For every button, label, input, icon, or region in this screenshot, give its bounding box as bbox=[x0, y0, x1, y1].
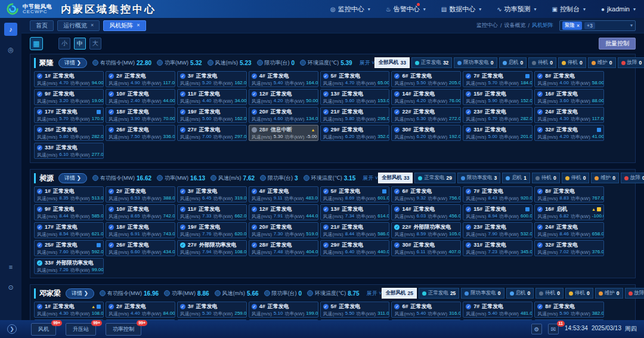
status-badge-normal[interactable]: 正常发电29 bbox=[414, 173, 455, 183]
turbine-checkbox[interactable]: ✓ bbox=[252, 304, 257, 309]
turbine-checkbox[interactable]: ✓ bbox=[252, 225, 257, 230]
turbine-checkbox[interactable]: ✓ bbox=[252, 73, 257, 79]
turbine-checkbox[interactable]: ✓ bbox=[394, 73, 400, 79]
status-badge-normal[interactable]: 正常发电32 bbox=[411, 57, 452, 68]
turbine-checkbox[interactable]: ✓ bbox=[394, 225, 400, 230]
bottom-button-功率控制[interactable]: 功率控制99+ bbox=[106, 323, 141, 336]
turbine-card-聚隆-13#[interactable]: ✓13#正常发电风速(m/s)5.60功率(kW)153.00 bbox=[320, 89, 390, 105]
turbine-card-邓家梁-5#[interactable]: ✓5#正常发电风速(m/s)5.50功率(kW)311.00 bbox=[320, 302, 390, 318]
turbine-card-邓家梁-1#[interactable]: ✓1#正常发电▲风速(m/s)4.30功率(kW)108.00 bbox=[34, 302, 104, 318]
menu-item-数据中心[interactable]: ▤数据中心▾ bbox=[441, 5, 481, 14]
turbine-checkbox[interactable]: ✓ bbox=[109, 189, 114, 194]
size-button-大[interactable]: 大 bbox=[89, 38, 101, 50]
status-badge-maint[interactable]: 维护0 bbox=[588, 57, 616, 68]
nav-toggle-button[interactable]: ◎ bbox=[4, 43, 17, 56]
turbine-card-聚隆-27#[interactable]: ✓27#正常发电风速(m/s)7.00功率(kW)297.00 bbox=[177, 125, 247, 141]
turbine-card-聚隆-18#[interactable]: ✓18#正常发电风速(m/s)3.90功率(kW)70.00 bbox=[106, 107, 175, 123]
turbine-checkbox[interactable]: ✓ bbox=[37, 127, 42, 133]
turbine-card-昶源-4#[interactable]: ✓4#正常发电风速(m/s)9.11功率(kW)483.00 bbox=[249, 186, 318, 202]
turbine-card-聚隆-32#[interactable]: ✓32#正常发电风速(m/s)4.20功率(kW)41.00 bbox=[534, 125, 604, 141]
turbine-checkbox[interactable]: ✓ bbox=[323, 304, 329, 309]
turbine-checkbox[interactable]: ✓ bbox=[323, 109, 329, 115]
turbine-card-聚隆-21#[interactable]: ✓21#正常发电风速(m/s)5.80功率(kW)295.00 bbox=[320, 107, 390, 123]
menu-item-控制台[interactable]: ▣控制台▾ bbox=[552, 5, 586, 14]
turbine-checkbox[interactable]: ✓ bbox=[466, 242, 471, 248]
turbine-checkbox[interactable]: ✓ bbox=[180, 91, 185, 97]
turbine-card-聚隆-20#[interactable]: ✓20#正常发电风速(m/s)4.60功率(kW)134.00 bbox=[249, 107, 318, 123]
turbine-checkbox[interactable]: ✓ bbox=[537, 225, 543, 230]
turbine-checkbox[interactable]: ✓ bbox=[37, 225, 42, 230]
close-icon[interactable]: × bbox=[137, 23, 140, 28]
turbine-card-聚隆-11#[interactable]: ✓11#正常发电风速(m/s)4.40功率(kW)34.00 bbox=[177, 89, 247, 105]
turbine-checkbox[interactable]: ✓ bbox=[394, 91, 400, 97]
turbine-card-昶源-23#[interactable]: ✓23#正常发电风速(m/s)7.90功率(kW)532.00 bbox=[463, 222, 532, 238]
menu-item-告警中心[interactable]: ♨告警中心▾ bbox=[386, 5, 426, 14]
notification-button[interactable]: ✉ 11 bbox=[548, 324, 559, 334]
expand-link[interactable]: 展开 ˅ bbox=[360, 59, 375, 67]
turbine-card-昶源-18#[interactable]: ✓18#正常发电风速(m/s)6.91功率(kW)743.00 bbox=[106, 222, 175, 238]
turbine-checkbox[interactable]: ✓ bbox=[537, 91, 543, 97]
bottom-button-风机[interactable]: 风机99+ bbox=[31, 323, 56, 336]
turbine-checkbox[interactable]: ✓ bbox=[180, 304, 185, 309]
turbine-checkbox[interactable]: ✓ bbox=[180, 225, 185, 230]
status-badge-all[interactable]: 全部风机33 bbox=[378, 173, 413, 183]
turbine-card-昶源-12#[interactable]: ✓12#正常发电风速(m/s)7.91功率(kW)444.00 bbox=[249, 204, 318, 220]
detail-button[interactable]: 详情 ❯ bbox=[58, 173, 87, 183]
turbine-card-昶源-14#[interactable]: ✓14#正常发电风速(m/s)6.03功率(kW)456.00 bbox=[391, 204, 461, 220]
turbine-checkbox[interactable]: ✓ bbox=[466, 189, 471, 194]
turbine-card-昶源-19#[interactable]: ✓19#正常发电风速(m/s)7.76功率(kW)620.00 bbox=[177, 222, 247, 238]
turbine-card-聚隆-5#[interactable]: ✓5#正常发电风速(m/s)4.70功率(kW)65.00 bbox=[320, 71, 390, 87]
turbine-checkbox[interactable]: ✓ bbox=[394, 304, 400, 309]
status-badge-limit[interactable]: 限功率发电3 bbox=[457, 173, 500, 183]
turbine-checkbox[interactable]: ✓ bbox=[323, 91, 329, 97]
status-badge-limit[interactable]: 限功率发电0 bbox=[454, 57, 497, 68]
turbine-card-聚隆-12#[interactable]: ✓12#正常发电风速(m/s)4.20功率(kW)50.00 bbox=[249, 89, 318, 105]
status-badge-standby[interactable]: 待机0 bbox=[532, 173, 560, 183]
turbine-checkbox[interactable]: ✓ bbox=[109, 91, 114, 97]
turbine-checkbox[interactable]: ✓ bbox=[37, 207, 42, 212]
turbine-card-聚隆-25#[interactable]: ✓25#正常发电风速(m/s)5.80功率(kW)282.00 bbox=[34, 125, 104, 141]
turbine-checkbox[interactable]: ✓ bbox=[37, 91, 42, 97]
turbine-checkbox[interactable]: ✓ bbox=[537, 304, 543, 309]
turbine-checkbox[interactable]: ✓ bbox=[37, 304, 42, 309]
expand-link[interactable]: 展开 ˅ bbox=[367, 290, 382, 297]
turbine-checkbox[interactable]: ✓ bbox=[252, 207, 257, 212]
turbine-checkbox[interactable]: ✓ bbox=[466, 73, 471, 79]
turbine-card-邓家梁-4#[interactable]: ✓4#正常发电风速(m/s)5.10功率(kW)199.00 bbox=[249, 302, 318, 318]
status-badge-start[interactable]: 启机0 bbox=[506, 288, 534, 299]
turbine-checkbox[interactable]: ✓ bbox=[466, 127, 471, 133]
turbine-card-聚隆-6#[interactable]: ✓6#正常发电风速(m/s)5.50功率(kW)205.00 bbox=[391, 71, 461, 87]
farm-filter-select[interactable]: 聚隆 × +3 ▾ bbox=[559, 20, 636, 31]
turbine-checkbox[interactable]: ✓ bbox=[252, 91, 257, 97]
turbine-checkbox[interactable]: ✓ bbox=[537, 73, 543, 79]
turbine-card-昶源-26#[interactable]: ✓26#正常发电风速(m/s)6.60功率(kW)434.00 bbox=[106, 240, 175, 256]
status-badge-stop[interactable]: 停机0 bbox=[562, 173, 590, 183]
turbine-card-昶源-8#[interactable]: ✓8#正常发电风速(m/s)8.83功率(kW)767.00 bbox=[534, 186, 604, 202]
turbine-checkbox[interactable]: ✓ bbox=[323, 207, 329, 212]
status-badge-stop[interactable]: 停机0 bbox=[565, 288, 593, 299]
turbine-checkbox[interactable]: ✓ bbox=[252, 109, 257, 115]
turbine-checkbox[interactable]: ✓ bbox=[180, 73, 185, 79]
turbine-checkbox[interactable]: ✓ bbox=[37, 73, 42, 79]
breadcrumb-part[interactable]: 监控中心 bbox=[476, 21, 498, 29]
turbine-card-聚隆-16#[interactable]: ✓16#正常发电风速(m/s)3.60功率(kW)88.00 bbox=[534, 89, 604, 105]
turbine-card-邓家梁-2#[interactable]: ✓2#正常发电风速(m/s)4.40功率(kW)84.00 bbox=[106, 302, 175, 318]
turbine-checkbox[interactable]: ✓ bbox=[37, 145, 42, 150]
turbine-card-昶源-1#[interactable]: ✓1#正常发电风速(m/s)8.35功率(kW)513.00 bbox=[34, 186, 104, 202]
turbine-card-聚隆-19#[interactable]: ✓19#正常发电风速(m/s)5.60功率(kW)162.00 bbox=[177, 107, 247, 123]
log-button[interactable]: ≡ bbox=[4, 260, 17, 274]
turbine-card-昶源-33#[interactable]: ✓33#外部限功率发电风速(m/s)7.26功率(kW)99.00 bbox=[34, 258, 104, 274]
turbine-checkbox[interactable]: ✓ bbox=[466, 225, 471, 230]
turbine-checkbox[interactable]: ✓ bbox=[537, 109, 543, 115]
turbine-checkbox[interactable]: ✓ bbox=[37, 242, 42, 248]
turbine-card-昶源-31#[interactable]: ✓31#正常发电风速(m/s)7.23功率(kW)345.00 bbox=[463, 240, 532, 256]
turbine-checkbox[interactable]: ✓ bbox=[394, 127, 400, 133]
turbine-card-聚隆-3#[interactable]: ✓3#正常发电风速(m/s)5.20功率(kW)162.00 bbox=[177, 71, 247, 87]
turbine-checkbox[interactable]: ✓ bbox=[466, 91, 471, 97]
turbine-checkbox[interactable]: ✓ bbox=[109, 225, 114, 230]
status-badge-fault[interactable]: 故障0 bbox=[625, 288, 644, 299]
turbine-card-昶源-32#[interactable]: ✓32#正常发电风速(m/s)7.02功率(kW)376.00 bbox=[534, 240, 604, 256]
turbine-checkbox[interactable]: ✓ bbox=[323, 189, 329, 194]
turbine-checkbox[interactable]: ✓ bbox=[323, 127, 329, 133]
turbine-checkbox[interactable]: ✓ bbox=[37, 260, 42, 266]
